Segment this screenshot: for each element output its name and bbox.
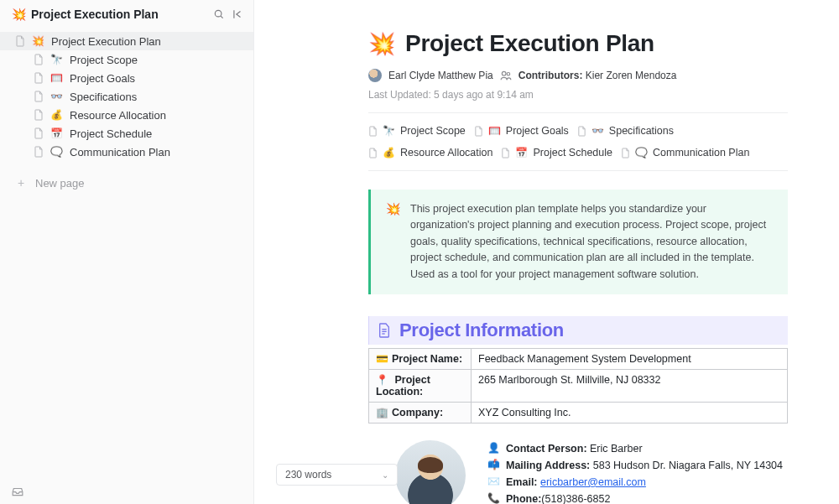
tree-item-project-schedule[interactable]: 📅 Project Schedule bbox=[0, 124, 253, 143]
goal-net-icon: 🥅 bbox=[50, 72, 63, 84]
collision-icon: 💥 bbox=[386, 201, 400, 283]
section-banner-project-information: Project Information bbox=[368, 316, 788, 345]
office-icon: 🏢 bbox=[376, 407, 388, 418]
tree-item-project-execution-plan[interactable]: 💥 Project Execution Plan bbox=[0, 32, 253, 50]
mailbox-icon: 📫 bbox=[487, 457, 501, 473]
email-label: Email: bbox=[506, 476, 538, 488]
search-icon[interactable] bbox=[210, 5, 228, 23]
main: 💥 Project Execution Plan Earl Clyde Matt… bbox=[254, 0, 839, 504]
mailing-address-value: 583 Hudson Dr. Niagara Falls, NY 14304 bbox=[593, 460, 783, 471]
sidebar-footer bbox=[0, 479, 253, 504]
section-link-label: Project Schedule bbox=[533, 147, 612, 158]
contact-block: 👤Contact Person: Eric Barber 📫Mailing Ad… bbox=[395, 440, 788, 504]
collision-icon: 💥 bbox=[368, 31, 395, 57]
page-icon bbox=[501, 148, 510, 158]
collision-icon: 💥 bbox=[12, 8, 26, 21]
contributors-label: Contributors: bbox=[519, 70, 583, 81]
updated-value: 5 days ago at 9:14 am bbox=[434, 89, 534, 101]
new-page-label: New page bbox=[35, 177, 85, 190]
page-icon bbox=[34, 91, 44, 102]
contact-avatar bbox=[395, 440, 466, 504]
page-icon bbox=[15, 35, 25, 47]
section-link-label: Communication Plan bbox=[653, 147, 749, 158]
table-row: 🏢Company: XYZ Consulting Inc. bbox=[369, 402, 788, 423]
tree-item-label: Project Schedule bbox=[70, 127, 152, 140]
page-icon bbox=[34, 54, 44, 65]
page-header: 💥 Project Execution Plan bbox=[368, 30, 788, 57]
phone-icon: 📞 bbox=[487, 491, 501, 504]
contact-details: 👤Contact Person: Eric Barber 📫Mailing Ad… bbox=[487, 440, 783, 504]
tree-item-communication-plan[interactable]: 🗨️ Communication Plan bbox=[0, 143, 253, 161]
chevron-down-icon: ⌄ bbox=[382, 470, 388, 480]
phone-label: Phone: bbox=[506, 493, 541, 504]
callout-text: This project execution plan template hel… bbox=[410, 201, 773, 283]
table-row: 📍 Project Location: 265 Marlborough St. … bbox=[369, 369, 788, 402]
info-value: XYZ Consulting Inc. bbox=[472, 402, 788, 423]
email-link[interactable]: ericbarber@email.com bbox=[540, 476, 646, 488]
section-links: 🔭 Project Scope 🥅 Project Goals 👓 Specif… bbox=[368, 125, 788, 171]
tree-item-specifications[interactable]: 👓 Specifications bbox=[0, 87, 253, 106]
people-icon bbox=[500, 70, 512, 81]
svg-point-3 bbox=[502, 71, 506, 75]
card-icon: 💳 bbox=[376, 353, 388, 365]
tree-item-label: Project Execution Plan bbox=[51, 35, 161, 48]
author-name: Earl Clyde Matthew Pia bbox=[388, 70, 493, 81]
inbox-icon[interactable] bbox=[12, 486, 23, 497]
section-link-specifications[interactable]: 👓 Specifications bbox=[577, 125, 674, 137]
page-title: Project Execution Plan bbox=[405, 30, 654, 57]
author-avatar bbox=[368, 69, 382, 82]
document-icon bbox=[378, 322, 391, 339]
sidebar-title: Project Execution Plan bbox=[31, 8, 210, 21]
tree-item-project-scope[interactable]: 🔭 Project Scope bbox=[0, 50, 253, 69]
section-link-resource-allocation[interactable]: 💰 Resource Allocation bbox=[368, 147, 492, 158]
contributors-value: Kier Zoren Mendoza bbox=[586, 70, 677, 81]
page-icon bbox=[577, 126, 586, 137]
tree-item-resource-allocation[interactable]: 💰 Resource Allocation bbox=[0, 106, 253, 124]
tree-item-project-goals[interactable]: 🥅 Project Goals bbox=[0, 69, 253, 87]
telescope-icon: 🔭 bbox=[50, 54, 63, 65]
byline: Earl Clyde Matthew Pia Contributors: Kie… bbox=[368, 69, 788, 113]
section-link-label: Project Goals bbox=[506, 125, 569, 137]
section-link-project-scope[interactable]: 🔭 Project Scope bbox=[368, 125, 466, 137]
tree-item-label: Specifications bbox=[70, 91, 137, 103]
info-label: Company: bbox=[392, 407, 443, 418]
mailing-address-label: Mailing Address: bbox=[506, 460, 590, 471]
page-content: 💥 Project Execution Plan Earl Clyde Matt… bbox=[368, 30, 788, 504]
section-link-label: Resource Allocation bbox=[400, 147, 492, 158]
person-icon: 👤 bbox=[487, 440, 501, 456]
svg-point-0 bbox=[215, 10, 221, 17]
money-bag-icon: 💰 bbox=[50, 109, 63, 121]
goal-net-icon: 🥅 bbox=[488, 125, 501, 137]
page-icon bbox=[34, 146, 44, 158]
section-link-label: Specifications bbox=[609, 125, 674, 137]
tree-item-label: Project Goals bbox=[70, 72, 135, 85]
section-link-label: Project Scope bbox=[400, 125, 466, 137]
info-value: 265 Marlborough St. Millville, NJ 08332 bbox=[472, 369, 788, 402]
info-label: Project Name: bbox=[392, 353, 462, 365]
phone-value: (518)386-6852 bbox=[541, 493, 610, 504]
updated-label: Last Updated: bbox=[368, 89, 431, 101]
page-icon bbox=[34, 127, 44, 139]
info-value: Feedback Management System Development bbox=[472, 348, 788, 369]
page-icon bbox=[368, 148, 378, 158]
page-icon bbox=[621, 148, 630, 158]
new-page-button[interactable]: + New page bbox=[0, 171, 253, 195]
speech-bubble-icon: 🗨️ bbox=[635, 147, 648, 158]
section-link-communication-plan[interactable]: 🗨️ Communication Plan bbox=[621, 147, 749, 158]
section-link-project-schedule[interactable]: 📅 Project Schedule bbox=[501, 147, 612, 158]
contact-person-value: Eric Barber bbox=[590, 443, 643, 455]
svg-point-4 bbox=[507, 73, 510, 76]
page-tree: 💥 Project Execution Plan 🔭 Project Scope… bbox=[0, 29, 253, 164]
tree-item-label: Communication Plan bbox=[70, 146, 170, 158]
word-count-pill[interactable]: 230 words ⌄ bbox=[276, 464, 398, 486]
calendar-icon: 📅 bbox=[50, 127, 63, 139]
collapse-sidebar-icon[interactable] bbox=[228, 5, 247, 23]
envelope-icon: ✉️ bbox=[487, 474, 501, 490]
word-count-text: 230 words bbox=[285, 469, 331, 481]
page-icon bbox=[34, 72, 44, 84]
section-link-project-goals[interactable]: 🥅 Project Goals bbox=[474, 125, 569, 137]
glasses-icon: 👓 bbox=[50, 91, 63, 102]
calendar-icon: 📅 bbox=[515, 147, 528, 158]
contact-person-label: Contact Person: bbox=[506, 443, 587, 455]
intro-callout: 💥 This project execution plan template h… bbox=[368, 190, 788, 294]
